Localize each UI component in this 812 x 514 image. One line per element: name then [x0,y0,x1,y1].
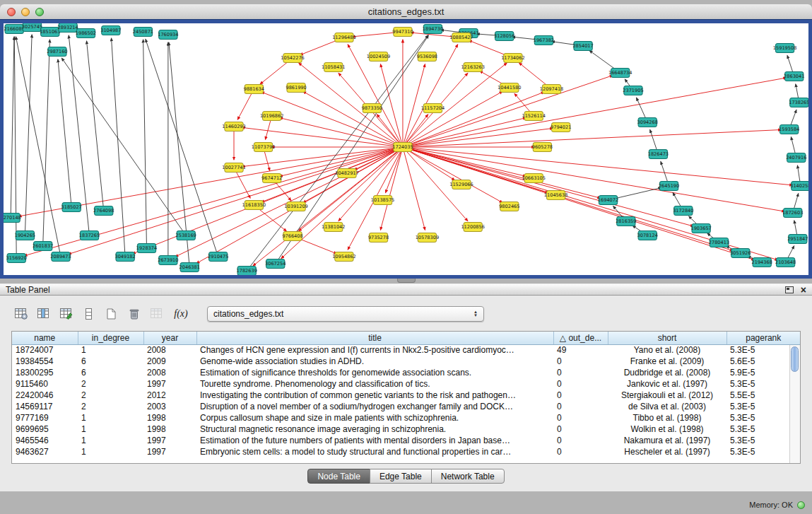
graph-node[interactable]: 3270148 [4,214,21,223]
graph-node[interactable]: 9947310 [392,28,413,37]
graph-node[interactable]: 1782639 [237,267,257,276]
graph-node[interactable]: 3067254 [265,259,286,269]
table-mode-icon[interactable] [11,305,30,323]
graph-node[interactable]: 9881634 [244,85,264,94]
graph-node[interactable]: 11073790 [252,143,275,152]
graph-node[interactable]: 1904265 [15,231,35,240]
graph-node[interactable]: 2816359 [616,217,636,226]
table-row[interactable]: 1456911722003Disruption of a novel membe… [12,401,800,412]
graph-node[interactable]: 9861990 [286,83,306,93]
row-selection-icon[interactable] [79,305,98,323]
graph-node[interactable]: 1724035 [392,143,413,152]
column-header-short[interactable]: short [608,332,726,344]
table-row[interactable]: 946362711997Embryonic stem cells: a mode… [12,446,800,457]
graph-node[interactable]: 10663105 [522,174,545,183]
graph-node[interactable]: 2103648 [775,258,796,267]
table-scrollbar-thumb[interactable] [791,346,799,372]
tab-network-table[interactable]: Network Table [431,469,505,484]
table-row[interactable]: 1830029562008Estimation of significance … [12,367,800,378]
graph-node[interactable]: 1826473 [648,150,669,159]
graph-node[interactable]: 10196862 [260,112,283,121]
graph-node[interactable]: 11058431 [322,63,345,72]
graph-node[interactable]: 1760934 [158,30,178,40]
divider-grip-handle[interactable] [397,279,416,283]
graph-node[interactable]: 11618350 [242,201,266,210]
graph-node[interactable]: 2780413 [709,238,729,247]
graph-node[interactable]: 2987160 [47,47,67,57]
graph-node[interactable]: 10885427 [449,33,473,42]
graph-node[interactable]: 11157204 [421,104,445,113]
delete-column-icon[interactable] [124,305,143,323]
graph-node[interactable]: 12097418 [540,85,563,94]
tab-node-table[interactable]: Node Table [307,469,370,484]
graph-node[interactable]: 3051926 [730,249,751,258]
graph-node[interactable]: 2645190 [659,182,679,191]
graph-node[interactable]: 3156920 [6,254,27,263]
graph-node[interactable]: 16648734 [608,69,632,78]
edit-table-icon[interactable] [57,305,76,323]
graph-node[interactable]: 9794021 [551,123,571,132]
graph-node[interactable]: 11045638 [544,191,567,200]
graph-node[interactable]: 1928374 [136,244,157,253]
table-row[interactable]: 2242004622012Investigating the contribut… [12,390,800,401]
graph-node[interactable]: 11460293 [222,122,245,132]
graph-node[interactable]: 1894730 [423,25,443,34]
close-window-button[interactable] [7,8,16,16]
graph-node[interactable]: 2450871 [133,28,153,37]
table-row[interactable]: 1872400712008Changes of HCN gene express… [12,344,800,356]
table-row[interactable]: 911546021997Tourette syndrome. Phenomeno… [12,378,800,390]
graph-node[interactable]: 9873350 [362,104,382,113]
graph-node[interactable]: 2863041 [784,72,804,81]
graph-node[interactable]: 2194368 [752,258,772,267]
graph-node[interactable]: 2089473 [50,252,71,262]
float-panel-icon[interactable] [785,286,794,293]
graph-node[interactable]: 11734062 [501,54,524,63]
graph-node[interactable]: 10441580 [498,83,521,93]
graph-node[interactable]: 3049182 [114,252,135,262]
table-scrollbar[interactable] [789,345,800,463]
graph-node[interactable]: 11526114 [522,112,545,121]
graph-node[interactable]: 2764098 [93,206,114,216]
table-row[interactable]: 946554611997Estimation of the future num… [12,435,800,446]
graph-node[interactable]: 1593584 [779,125,799,134]
graph-node[interactable]: 3094268 [637,118,658,127]
column-header-year[interactable]: year [143,332,196,344]
graph-node[interactable]: 10027741 [222,163,245,173]
graph-node[interactable]: 2673910 [158,256,178,265]
minimize-window-button[interactable] [21,8,30,16]
column-header-in_degree[interactable]: in_degree [78,332,143,344]
delete-table-icon[interactable] [147,305,166,323]
graph-node[interactable]: 10138575 [371,196,394,205]
graph-node[interactable]: 11529066 [449,180,473,189]
graph-node[interactable]: 2538169 [176,231,196,240]
zoom-window-button[interactable] [35,8,44,16]
table-row[interactable]: 969969511998Structural magnetic resonanc… [12,424,800,435]
graph-node[interactable]: 2910475 [208,252,228,262]
graph-node[interactable]: 11200856 [461,223,484,232]
panel-divider[interactable] [0,279,812,284]
graph-node[interactable]: 3140258 [790,182,808,191]
graph-node[interactable]: 3078124 [637,231,658,240]
new-column-icon[interactable] [102,305,121,323]
graph-node[interactable]: 1837265 [79,231,100,240]
column-header-pagerank[interactable]: pagerank [726,332,800,344]
graph-node[interactable]: 10391209 [284,202,307,211]
graph-node[interactable]: 9674712 [261,174,282,183]
graph-node[interactable]: 2046381 [180,263,200,272]
graph-node[interactable]: 9536098 [417,52,437,62]
show-columns-icon[interactable] [34,305,53,323]
table-row[interactable]: 977716911998Corpus callosum shape and si… [12,412,800,424]
table-source-dropdown[interactable]: citations_edges.txt ▲▼ [207,306,484,322]
window-titlebar[interactable]: citations_edges.txt [0,4,812,20]
table-row[interactable]: 1938455462009Genome-wide association stu… [12,356,800,367]
graph-node[interactable]: 2951847 [787,235,808,244]
function-builder-icon[interactable]: f(x) [170,305,192,323]
column-header-title[interactable]: title [196,332,553,344]
graph-node[interactable]: 2601837 [33,242,53,251]
graph-node[interactable]: 3128056 [494,32,514,41]
graph-node[interactable]: 1967382 [534,36,554,45]
network-canvas[interactable]: 2166089302574518510632893214198650231049… [4,23,808,275]
graph-node[interactable]: 11381042 [322,223,345,232]
graph-node[interactable]: 1986502 [76,29,96,38]
graph-node[interactable]: 3104987 [100,26,121,35]
